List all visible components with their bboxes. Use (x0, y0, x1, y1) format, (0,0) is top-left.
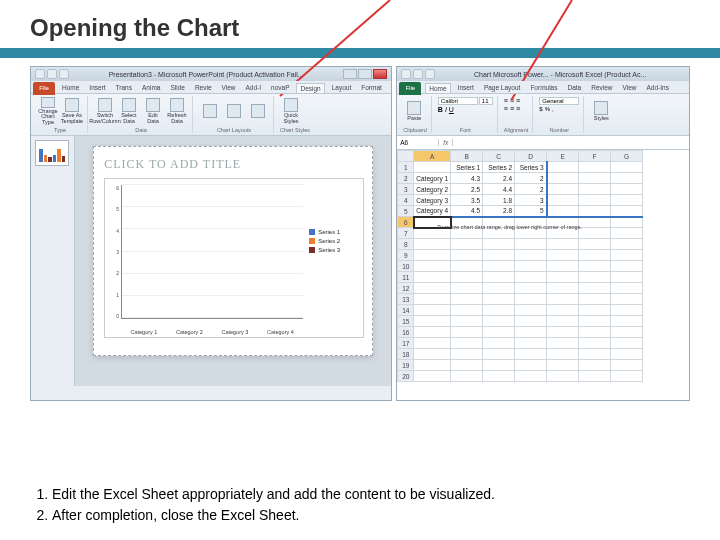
tab-view[interactable]: View (219, 83, 239, 93)
quick-styles-button[interactable]: Quick Styles (280, 97, 302, 125)
percent-icon[interactable]: % (545, 106, 550, 112)
instruction-2: After completion, close the Excel Sheet. (52, 505, 710, 526)
undo-icon[interactable] (47, 69, 57, 79)
layout-icon (227, 104, 241, 118)
number-format-dropdown[interactable]: General (539, 97, 579, 105)
app-screenshots: Presentation3 - Microsoft PowerPoint (Pr… (30, 66, 690, 401)
tab-view[interactable]: View (620, 83, 640, 93)
redo-icon[interactable] (425, 69, 435, 79)
align-bot-icon[interactable]: ≡ (516, 97, 520, 104)
tab-animations[interactable]: Anima (139, 83, 163, 93)
tab-transitions[interactable]: Trans (113, 83, 135, 93)
ribbon-group-clipboard: Paste Clipboard (399, 96, 432, 133)
ribbon-group-label: Chart Layouts (199, 127, 269, 133)
select-data-button[interactable]: Select Data (118, 97, 140, 125)
ribbon-group-type: Change Chart Type Save As Template Type (33, 96, 88, 133)
ppt-titlebar: Presentation3 - Microsoft PowerPoint (Pr… (31, 67, 391, 81)
tab-insert[interactable]: Insert (86, 83, 108, 93)
spreadsheet-grid[interactable]: ABCDEFG1Series 1Series 2Series 32Categor… (397, 150, 689, 400)
edit-data-button[interactable]: Edit Data (142, 97, 164, 125)
layout-icon (251, 104, 265, 118)
xl-quick-access-toolbar[interactable] (401, 69, 435, 79)
align-left-icon[interactable]: ≡ (504, 105, 508, 112)
ribbon-group-data: Switch Row/Column Select Data Edit Data … (90, 96, 193, 133)
ppt-body: CLICK TO ADD TITLE 6543210 Category 1Cat… (31, 136, 391, 386)
slide-canvas-area[interactable]: CLICK TO ADD TITLE 6543210 Category 1Cat… (75, 136, 391, 386)
embedded-chart[interactable]: 6543210 Category 1Category 2Category 3Ca… (104, 178, 364, 338)
align-top-icon[interactable]: ≡ (504, 97, 508, 104)
italic-button[interactable]: I (445, 106, 447, 113)
tab-layout[interactable]: Layout (329, 83, 355, 93)
save-icon[interactable] (401, 69, 411, 79)
chart-y-axis: 6543210 (107, 185, 119, 319)
save-as-template-button[interactable]: Save As Template (61, 97, 83, 125)
slide-canvas[interactable]: CLICK TO ADD TITLE 6543210 Category 1Cat… (93, 146, 373, 356)
select-data-icon (122, 98, 136, 112)
tab-format[interactable]: Format (358, 83, 385, 93)
refresh-data-button[interactable]: Refresh Data (166, 97, 188, 125)
align-center-icon[interactable]: ≡ (510, 105, 514, 112)
align-mid-icon[interactable]: ≡ (510, 97, 514, 104)
ppt-file-tab[interactable]: File (33, 82, 55, 95)
tab-home[interactable]: Home (425, 83, 450, 93)
tab-page-layout[interactable]: Page Layout (481, 83, 524, 93)
tab-review[interactable]: Review (588, 83, 615, 93)
tab-addins[interactable]: Add-Ins (644, 83, 672, 93)
cell-styles-button[interactable]: Styles (590, 97, 612, 125)
paste-icon (407, 101, 421, 115)
title-underline (0, 48, 720, 58)
tab-home[interactable]: Home (59, 83, 82, 93)
change-chart-type-button[interactable]: Change Chart Type (37, 97, 59, 125)
tab-design[interactable]: Design (296, 83, 324, 93)
tab-addins[interactable]: Add-I (243, 83, 265, 93)
ppt-window-controls[interactable] (343, 69, 387, 79)
excel-window: Chart Microsoft Power... - Microsoft Exc… (396, 66, 690, 401)
title-placeholder[interactable]: CLICK TO ADD TITLE (104, 157, 362, 172)
ppt-quick-access-toolbar[interactable] (35, 69, 69, 79)
fx-icon[interactable]: fx (439, 139, 453, 146)
chart-layout-2[interactable] (223, 97, 245, 125)
font-name-dropdown[interactable]: Calibri (438, 97, 478, 105)
minimize-button[interactable] (343, 69, 357, 79)
ribbon-group-styles: Styles (586, 96, 616, 133)
bold-button[interactable]: B (438, 106, 443, 113)
tab-insert[interactable]: Insert (455, 83, 477, 93)
page-title: Opening the Chart (30, 14, 690, 42)
close-button[interactable] (373, 69, 387, 79)
tab-slideshow[interactable]: Slide (167, 83, 187, 93)
chart-x-axis: Category 1Category 2Category 3Category 4 (121, 329, 303, 335)
maximize-button[interactable] (358, 69, 372, 79)
tab-data[interactable]: Data (564, 83, 584, 93)
ribbon-group-alignment: ≡≡≡ ≡≡≡ Alignment (500, 96, 533, 133)
comma-icon[interactable]: , (552, 106, 554, 112)
redo-icon[interactable] (59, 69, 69, 79)
tab-formulas[interactable]: Formulas (527, 83, 560, 93)
ribbon-group-number: General $ % , Number (535, 96, 584, 133)
ppt-ribbon-tabs[interactable]: File Home Insert Trans Anima Slide Revie… (31, 81, 391, 94)
tab-novapdf[interactable]: novaP (268, 83, 292, 93)
slide-thumbnails-pane[interactable] (31, 136, 75, 386)
slide-thumb-1[interactable] (35, 140, 69, 166)
undo-icon[interactable] (413, 69, 423, 79)
save-icon[interactable] (35, 69, 45, 79)
chart-layout-1[interactable] (199, 97, 221, 125)
align-right-icon[interactable]: ≡ (516, 105, 520, 112)
currency-icon[interactable]: $ (539, 106, 542, 112)
xl-ribbon-tabs[interactable]: File Home Insert Page Layout Formulas Da… (397, 81, 689, 94)
tab-review[interactable]: Revie (192, 83, 215, 93)
chart-layout-3[interactable] (247, 97, 269, 125)
ribbon-group-label: Chart Styles (280, 127, 310, 133)
name-box[interactable]: A6 (397, 139, 439, 146)
formula-bar[interactable]: A6 fx (397, 136, 689, 150)
styles-icon (284, 98, 298, 112)
slide: Opening the Chart Presentation3 - Micros… (0, 0, 720, 540)
powerpoint-window: Presentation3 - Microsoft PowerPoint (Pr… (30, 66, 392, 401)
paste-button[interactable]: Paste (403, 97, 425, 125)
switch-row-column-button[interactable]: Switch Row/Column (94, 97, 116, 125)
underline-button[interactable]: U (449, 106, 454, 113)
xl-file-tab[interactable]: File (399, 82, 421, 95)
font-size-dropdown[interactable]: 11 (479, 97, 493, 105)
ribbon-group-label: Data (94, 127, 188, 133)
template-icon (65, 98, 79, 112)
ppt-window-title: Presentation3 - Microsoft PowerPoint (Pr… (69, 71, 343, 78)
